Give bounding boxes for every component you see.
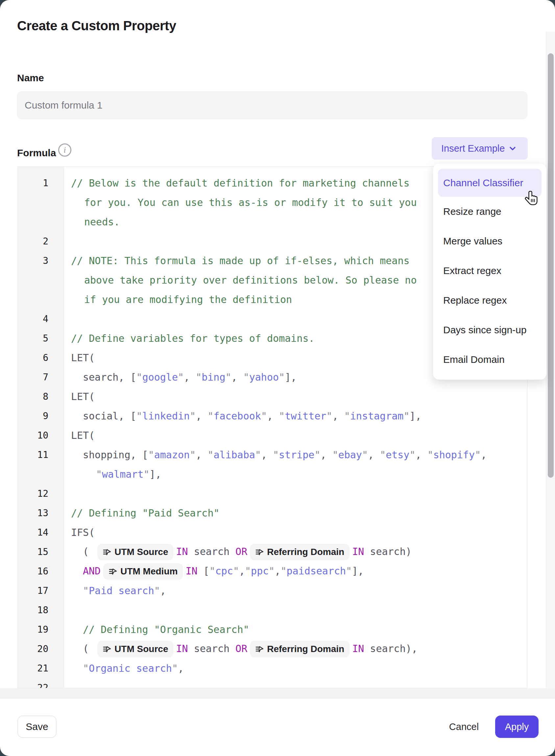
code-string-token: facebook bbox=[213, 410, 261, 422]
field-chip-icon bbox=[255, 645, 264, 653]
code-line: 22 bbox=[18, 678, 527, 688]
dropdown-item-replace-regex[interactable]: Replace regex bbox=[438, 285, 542, 315]
info-icon[interactable]: i bbox=[58, 144, 71, 157]
field-chip[interactable]: UTM Source bbox=[97, 641, 173, 657]
cancel-button[interactable]: Cancel bbox=[444, 716, 483, 738]
code-string-token: " bbox=[327, 410, 332, 422]
field-chip[interactable]: UTM Medium bbox=[103, 563, 183, 580]
chevron-down-icon bbox=[509, 145, 516, 152]
field-chip-icon bbox=[102, 645, 111, 653]
code-string-token: " bbox=[245, 565, 251, 576]
line-number: 14 bbox=[18, 527, 64, 538]
code-line-content: shopping, ["amazon", "alibaba", "stripe"… bbox=[64, 449, 527, 461]
dropdown-item-label: Replace regex bbox=[443, 295, 507, 306]
code-token: , bbox=[321, 449, 332, 461]
code-line-content: ( UTM SourceIN search ORReferring Domain… bbox=[64, 544, 527, 560]
name-input[interactable]: Custom formula 1 bbox=[17, 91, 527, 119]
create-custom-property-modal: Create a Custom Property Name Custom for… bbox=[0, 0, 555, 756]
line-number: 18 bbox=[18, 605, 64, 615]
save-button[interactable]: Save bbox=[17, 716, 56, 738]
code-line: 20( UTM SourceIN search ORReferring Doma… bbox=[18, 639, 527, 659]
code-line-content: social, ["linkedin", "facebook", "twitte… bbox=[64, 410, 527, 422]
code-string-token: amazon bbox=[154, 449, 190, 461]
code-token: IFS( bbox=[71, 527, 95, 538]
dropdown-item-email-domain[interactable]: Email Domain bbox=[438, 345, 542, 374]
code-string-token: " bbox=[314, 449, 320, 461]
code-line: 15( UTM SourceIN search ORReferring Doma… bbox=[18, 542, 527, 562]
line-number: 4 bbox=[18, 314, 64, 324]
code-token: ( bbox=[83, 642, 95, 654]
apply-button[interactable]: Apply bbox=[495, 716, 539, 738]
line-number: 5 bbox=[18, 333, 64, 344]
page-title: Create a Custom Property bbox=[17, 18, 176, 33]
code-string-token: " bbox=[178, 371, 184, 383]
line-number: 3 bbox=[18, 255, 64, 266]
code-string-token: " bbox=[136, 410, 142, 422]
code-token: shopping, [ bbox=[83, 449, 148, 461]
dropdown-item-extract-regex[interactable]: Extract regex bbox=[438, 256, 542, 285]
line-number: 8 bbox=[18, 391, 64, 402]
code-token: OR bbox=[236, 642, 247, 654]
line-number: 12 bbox=[18, 488, 64, 499]
code-string-token: ppc bbox=[251, 565, 269, 576]
code-token: search, [ bbox=[83, 371, 136, 383]
code-string-token: cpc bbox=[215, 565, 233, 576]
field-chip[interactable]: UTM Source bbox=[97, 544, 173, 560]
code-line-content: ANDUTM MediumIN ["cpc","ppc","paidsearch… bbox=[64, 563, 527, 580]
line-number: 9 bbox=[18, 410, 64, 422]
line-number: 13 bbox=[18, 508, 64, 518]
code-string-token: alibaba bbox=[213, 449, 255, 461]
code-string-token: etsy bbox=[386, 449, 409, 461]
dropdown-item-label: Resize range bbox=[443, 206, 501, 217]
code-string-token: " bbox=[172, 663, 178, 674]
code-line: 17"Paid search", bbox=[18, 581, 527, 600]
modal-scrollbar-thumb[interactable] bbox=[548, 53, 554, 478]
code-token: search) bbox=[364, 546, 412, 557]
field-chip[interactable]: Referring Domain bbox=[250, 544, 349, 560]
field-chip-label: UTM Medium bbox=[120, 566, 177, 577]
dropdown-item-days-since-sign-up[interactable]: Days since sign-up bbox=[438, 315, 542, 345]
code-token: ], bbox=[352, 565, 364, 576]
content-bottom-band bbox=[0, 688, 555, 698]
code-line: "walmart"], bbox=[18, 465, 527, 484]
code-token: ], bbox=[150, 469, 162, 480]
insert-example-button[interactable]: Insert Example bbox=[432, 137, 528, 160]
code-token: ( bbox=[83, 546, 95, 557]
dropdown-item-label: Merge values bbox=[443, 236, 502, 247]
name-input-value: Custom formula 1 bbox=[25, 100, 102, 111]
code-token: IN bbox=[185, 565, 197, 576]
code-string-token: " bbox=[83, 663, 89, 674]
code-line: 8LET( bbox=[18, 387, 527, 406]
code-line: 19// Defining "Organic Search" bbox=[18, 620, 527, 639]
code-string-token: " bbox=[255, 449, 261, 461]
dropdown-item-merge-values[interactable]: Merge values bbox=[438, 226, 542, 256]
line-number: 2 bbox=[18, 236, 64, 247]
field-chip-icon bbox=[109, 567, 117, 576]
code-token: LET( bbox=[71, 391, 95, 402]
code-token: [ bbox=[198, 565, 209, 576]
code-string-token: " bbox=[273, 449, 279, 461]
code-token: , bbox=[184, 371, 196, 383]
code-line-content: // Defining "Paid Search" bbox=[64, 507, 527, 519]
code-token: , bbox=[261, 449, 273, 461]
code-string-token: instagram bbox=[350, 410, 404, 422]
code-string-token: " bbox=[209, 565, 215, 576]
code-line-content: "walmart"], bbox=[64, 469, 527, 480]
code-string-token: " bbox=[427, 449, 433, 461]
code-string-token: " bbox=[196, 371, 202, 383]
code-token: // Define variables for types of domains… bbox=[71, 332, 315, 344]
code-string-token: " bbox=[190, 410, 196, 422]
code-string-token: " bbox=[409, 449, 415, 461]
code-token: , bbox=[267, 410, 279, 422]
line-number: 20 bbox=[18, 643, 64, 654]
footer-divider bbox=[0, 698, 555, 699]
code-token: // Defining "Paid Search" bbox=[71, 507, 220, 519]
code-token: IN bbox=[176, 546, 188, 557]
code-string-token: " bbox=[332, 449, 338, 461]
code-line-content: LET( bbox=[64, 430, 527, 441]
line-number: 19 bbox=[18, 624, 64, 635]
code-string-token: " bbox=[148, 449, 154, 461]
cancel-button-label: Cancel bbox=[449, 721, 479, 732]
field-chip[interactable]: Referring Domain bbox=[250, 641, 349, 657]
formula-label: Formula bbox=[17, 147, 56, 159]
